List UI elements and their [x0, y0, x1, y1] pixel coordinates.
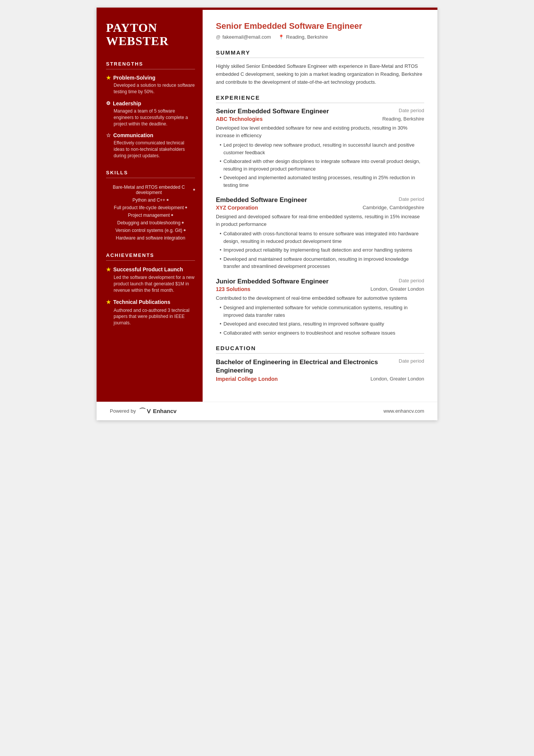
- strength-title-1: ★ Problem-Solving: [106, 75, 195, 81]
- achievements-title: ACHIEVEMENTS: [106, 252, 195, 261]
- summary-section: SUMMARY Highly skilled Senior Embedded S…: [216, 49, 424, 86]
- exp-bullets-3: Designed and implemented software for ve…: [216, 304, 424, 337]
- education-section-title: EDUCATION: [216, 345, 424, 354]
- strength-title-3: ☆ Communication: [106, 132, 195, 138]
- edu-degree-1: Bachelor of Engineering in Electrical an…: [216, 358, 395, 375]
- summary-text: Highly skilled Senior Embedded Software …: [216, 63, 424, 86]
- exp-location-3: London, Greater London: [370, 286, 424, 292]
- star-icon-1: ★: [106, 75, 111, 81]
- edu-date-1: Date period: [399, 358, 424, 364]
- job-title-section: Senior Embedded Software Engineer @ fake…: [216, 21, 424, 40]
- exp-bullet-3-1: Designed and implemented software for ve…: [220, 304, 424, 319]
- location-text: Reading, Berkshire: [286, 34, 328, 40]
- exp-date-3: Date period: [399, 278, 424, 283]
- exp-header-2: Embedded Software Engineer Date period: [216, 196, 424, 204]
- main-content: Senior Embedded Software Engineer @ fake…: [203, 10, 437, 402]
- skill-dot-5: [182, 222, 184, 224]
- skill-dot-2: [167, 199, 169, 201]
- exp-date-1: Date period: [399, 108, 424, 113]
- exp-summary-1: Developed low level embedded software fo…: [216, 124, 424, 139]
- footer-url: www.enhancv.com: [384, 408, 424, 414]
- experience-section-title: EXPERIENCE: [216, 94, 424, 103]
- achievement-item-1: ★ Successful Product Launch Led the soft…: [106, 266, 195, 294]
- gear-icon-1: ⚙: [106, 100, 111, 106]
- resume-body: PAYTON WEBSTER STRENGTHS ★ Problem-Solvi…: [97, 10, 437, 402]
- skill-item-1: Bare-Metal and RTOS embedded C developme…: [106, 183, 195, 196]
- resume-container: PAYTON WEBSTER STRENGTHS ★ Problem-Solvi…: [97, 8, 437, 420]
- powered-by-text: Powered by: [110, 408, 136, 414]
- experience-item-1: Senior Embedded Software Engineer Date p…: [216, 108, 424, 189]
- exp-bullet-1-2: Collaborated with other design disciplin…: [220, 158, 424, 172]
- brand-name: Enhancv: [153, 408, 177, 414]
- exp-company-2: XYZ Corporation: [216, 205, 258, 211]
- strength-title-2: ⚙ Leadership: [106, 100, 195, 106]
- skill-dot-6: [184, 229, 186, 231]
- email-icon: @: [216, 34, 220, 40]
- exp-location-1: Reading, Berkshire: [382, 116, 424, 122]
- resume-footer: Powered by ⌒∨ Enhancv www.enhancv.com: [97, 402, 437, 420]
- strength-desc-3: Effectively communicated technical ideas…: [106, 140, 195, 159]
- email-text: fakeemail@email.com: [222, 34, 271, 40]
- skill-item-2: Python and C++: [106, 196, 195, 204]
- exp-bullet-2-2: Improved product reliability by implemen…: [220, 246, 424, 254]
- exp-date-2: Date period: [399, 196, 424, 202]
- strengths-section: STRENGTHS ★ Problem-Solving Developed a …: [106, 61, 195, 159]
- achievement-item-2: ★ Technical Publications Authored and co…: [106, 299, 195, 326]
- exp-bullet-3-2: Developed and executed test plans, resul…: [220, 320, 424, 328]
- exp-header-1: Senior Embedded Software Engineer Date p…: [216, 108, 424, 115]
- skill-dot-1: [193, 189, 195, 191]
- edu-school-1: Imperial College London: [216, 376, 278, 382]
- strength-item-3: ☆ Communication Effectively communicated…: [106, 132, 195, 159]
- strengths-title: STRENGTHS: [106, 61, 195, 69]
- achievement-desc-2: Authored and co-authored 3 technical pap…: [106, 307, 195, 326]
- achievement-title-2: ★ Technical Publications: [106, 299, 195, 305]
- sidebar: PAYTON WEBSTER STRENGTHS ★ Problem-Solvi…: [97, 10, 203, 402]
- job-title: Senior Embedded Software Engineer: [216, 21, 424, 31]
- experience-item-2: Embedded Software Engineer Date period X…: [216, 196, 424, 270]
- location-icon: 📍: [278, 34, 284, 40]
- star-outline-icon: ☆: [106, 132, 111, 138]
- exp-bullet-1-3: Developed and implemented automated test…: [220, 174, 424, 189]
- exp-title-1: Senior Embedded Software Engineer: [216, 108, 329, 115]
- skill-item-3: Full product life-cycle development: [106, 204, 195, 211]
- email-contact: @ fakeemail@email.com: [216, 34, 271, 40]
- achievement-desc-1: Led the software development for a new p…: [106, 274, 195, 293]
- strength-desc-1: Developed a solution to reduce software …: [106, 82, 195, 95]
- exp-bullets-2: Collaborated with cross-functional teams…: [216, 230, 424, 270]
- experience-section: EXPERIENCE Senior Embedded Software Engi…: [216, 94, 424, 337]
- strength-desc-2: Managed a team of 5 software engineers t…: [106, 108, 195, 127]
- exp-summary-2: Designed and developed software for real…: [216, 213, 424, 228]
- experience-item-3: Junior Embedded Software Engineer Date p…: [216, 278, 424, 337]
- edu-sub-1: Imperial College London London, Greater …: [216, 376, 424, 382]
- skill-item-6: Version control systems (e.g. Git): [106, 227, 195, 234]
- contact-line: @ fakeemail@email.com 📍 Reading, Berkshi…: [216, 34, 424, 40]
- exp-bullets-1: Led project to develop new software prod…: [216, 141, 424, 189]
- powered-by: Powered by ⌒∨ Enhancv: [110, 407, 176, 416]
- achievement-title-1: ★ Successful Product Launch: [106, 266, 195, 273]
- candidate-name: PAYTON WEBSTER: [106, 21, 195, 48]
- achievements-section: ACHIEVEMENTS ★ Successful Product Launch…: [106, 252, 195, 326]
- exp-title-2: Embedded Software Engineer: [216, 196, 307, 204]
- exp-bullet-2-1: Collaborated with cross-functional teams…: [220, 230, 424, 245]
- exp-bullet-1-1: Led project to develop new software prod…: [220, 141, 424, 156]
- exp-sub-3: 123 Solutions London, Greater London: [216, 286, 424, 292]
- skills-title: SKILLS: [106, 170, 195, 178]
- star-icon-achievement-1: ★: [106, 266, 111, 273]
- strength-item-1: ★ Problem-Solving Developed a solution t…: [106, 75, 195, 95]
- exp-bullet-2-3: Developed and maintained software docume…: [220, 255, 424, 270]
- enhancv-logo: ⌒∨ Enhancv: [139, 407, 177, 416]
- education-section: EDUCATION Bachelor of Engineering in Ele…: [216, 345, 424, 382]
- skill-item-4: Project management: [106, 211, 195, 219]
- enhancv-logo-icon: ⌒∨: [139, 407, 151, 416]
- summary-section-title: SUMMARY: [216, 49, 424, 58]
- exp-company-1: ABC Technologies: [216, 116, 262, 122]
- exp-header-3: Junior Embedded Software Engineer Date p…: [216, 278, 424, 285]
- skills-section: SKILLS Bare-Metal and RTOS embedded C de…: [106, 170, 195, 242]
- edu-location-1: London, Greater London: [370, 376, 424, 382]
- exp-location-2: Cambridge, Cambridgeshire: [362, 205, 424, 210]
- name-section: PAYTON WEBSTER: [106, 21, 195, 48]
- edu-item-1: Bachelor of Engineering in Electrical an…: [216, 358, 424, 382]
- exp-company-3: 123 Solutions: [216, 286, 250, 292]
- skills-list: Bare-Metal and RTOS embedded C developme…: [106, 183, 195, 242]
- exp-summary-3: Contributed to the development of real-t…: [216, 294, 424, 302]
